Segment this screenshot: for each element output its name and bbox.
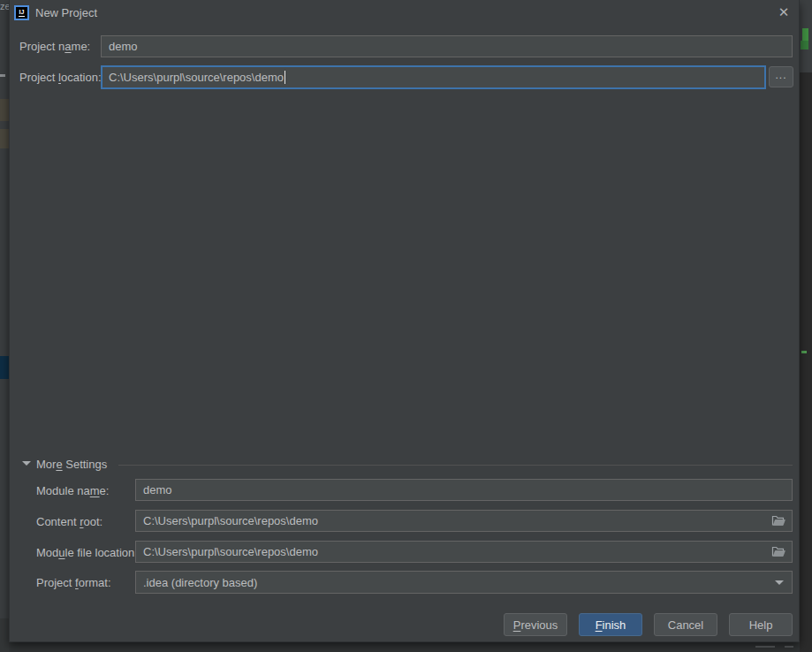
cancel-button[interactable]: Cancel [654, 613, 717, 636]
project-format-dropdown[interactable]: .idea (directory based) [135, 571, 793, 594]
project-location-value: C:\Users\purpl\source\repos\demo [109, 71, 284, 84]
project-name-label: Project name: [19, 40, 90, 53]
project-format-value: .idea (directory based) [143, 576, 257, 589]
background-band-selection [0, 356, 9, 379]
project-name-value: demo [109, 40, 138, 53]
project-location-label: Project location: [19, 71, 102, 84]
background-band-bottom [0, 618, 9, 652]
help-button[interactable]: Help [729, 613, 793, 636]
project-location-input[interactable]: C:\Users\purpl\source\repos\demo [101, 65, 766, 89]
more-settings-separator [118, 465, 793, 466]
content-root-input[interactable]: C:\Users\purpl\source\repos\demo [135, 510, 793, 532]
background-ide-left-strip: ze [0, 0, 9, 652]
background-ide-right-strip [800, 0, 812, 652]
project-format-label: Project format: [36, 576, 111, 589]
finish-button[interactable]: Finish [579, 613, 642, 636]
background-below-dialog [9, 642, 800, 652]
module-name-value: demo [143, 483, 172, 497]
text-caret [285, 71, 285, 84]
module-file-location-input[interactable]: C:\Users\purpl\source\repos\demo [135, 541, 793, 563]
more-settings-label[interactable]: More Settings [36, 458, 107, 471]
more-settings-collapse-icon[interactable] [22, 461, 31, 466]
content-root-value: C:\Users\purpl\source\repos\demo [143, 514, 318, 527]
module-name-input[interactable]: demo [135, 479, 793, 501]
new-project-dialog: IJ New Project ✕ Project name: demo Proj… [9, 0, 800, 642]
content-root-label: Content root: [36, 515, 102, 528]
background-green-icon-2 [801, 41, 808, 49]
intellij-logo-text: IJ [19, 9, 25, 15]
project-name-input[interactable]: demo [101, 35, 793, 57]
module-file-location-label: Module file location: [36, 546, 138, 559]
background-statusbar-smudge [755, 646, 775, 648]
folder-open-icon[interactable] [771, 545, 786, 558]
dialog-title: New Project [35, 6, 97, 19]
background-green-icon [802, 28, 808, 41]
module-file-location-value: C:\Users\purpl\source\repos\demo [143, 545, 318, 558]
folder-open-icon[interactable] [771, 514, 786, 527]
background-statusbar-smudge-2 [785, 646, 793, 648]
close-icon[interactable]: ✕ [775, 4, 793, 21]
background-dash [0, 74, 5, 77]
chevron-down-icon [775, 580, 784, 585]
background-band-olive-1 [0, 99, 9, 121]
module-name-label: Module name: [36, 484, 109, 497]
background-green-text-sliver [801, 351, 807, 353]
intellij-logo-icon: IJ [14, 5, 29, 20]
background-band-olive-2 [0, 129, 9, 148]
intellij-logo-underline [19, 16, 25, 17]
browse-button[interactable]: ... [769, 66, 793, 87]
previous-button[interactable]: Previous [504, 613, 567, 636]
